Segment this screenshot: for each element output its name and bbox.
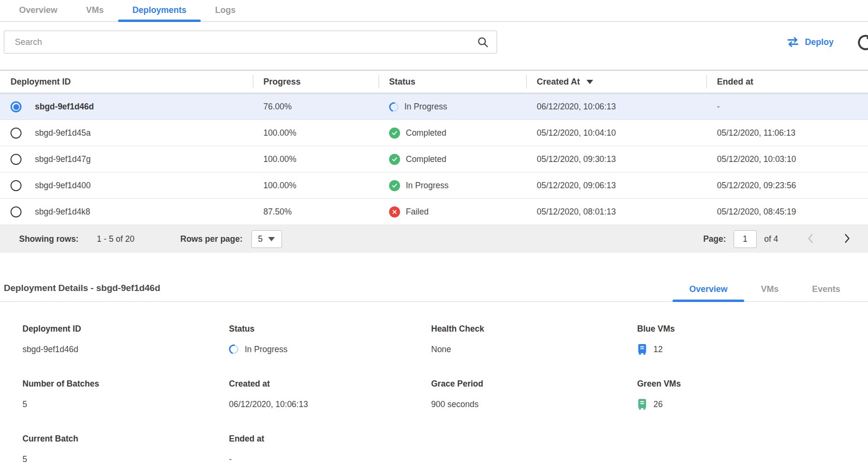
search-icon bbox=[477, 36, 489, 48]
deployment-id: sbgd-9ef1d4k8 bbox=[35, 207, 90, 217]
check-circle-icon bbox=[389, 128, 400, 139]
column-header-deployment-id[interactable]: Deployment ID bbox=[0, 71, 253, 93]
showing-rows-label: Showing rows: bbox=[19, 234, 78, 244]
check-circle-icon bbox=[389, 154, 400, 165]
status-cell: Completed bbox=[379, 154, 526, 165]
column-header-ended-at[interactable]: Ended at bbox=[706, 71, 868, 93]
rows-per-page-select[interactable]: 5 bbox=[251, 230, 282, 248]
field-created-at: Created at 06/12/2020, 10:06:13 bbox=[229, 379, 431, 410]
ended-at-cell: 05/12/2020, 09:23:56 bbox=[706, 181, 868, 191]
field-current-batch: Current Batch 5 bbox=[22, 434, 229, 465]
field-grace-period: Grace Period 900 seconds bbox=[431, 379, 637, 410]
deployment-id: sbgd-9ef1d400 bbox=[35, 181, 91, 191]
table-footer: Showing rows: 1 - 5 of 20 Rows per page:… bbox=[0, 225, 868, 253]
ended-at-cell: 05/12/2020, 08:45:19 bbox=[706, 207, 868, 217]
progress-cell: 87.50% bbox=[253, 207, 379, 217]
vm-icon bbox=[637, 399, 647, 410]
deployment-id: sbgd-9ef1d47g bbox=[35, 154, 91, 164]
progress-cell: 100.00% bbox=[253, 128, 379, 138]
vm-icon bbox=[637, 344, 647, 355]
status-cell: Failed bbox=[379, 206, 526, 217]
details-grid: Deployment ID sbgd-9ef1d46d Status In Pr… bbox=[0, 302, 868, 465]
status-cell: In Progress bbox=[379, 102, 526, 112]
field-health-check: Health Check None bbox=[431, 324, 637, 355]
ended-at-cell: 05/12/2020, 10:03:10 bbox=[706, 154, 868, 164]
page-tab-bar: Overview VMs Deployments Logs bbox=[0, 0, 868, 22]
deployment-details-section: Deployment Details - sbgd-9ef1d46d Overv… bbox=[0, 280, 868, 465]
field-green-vms: Green VMs 26 bbox=[637, 379, 868, 410]
tab-overview[interactable]: Overview bbox=[5, 0, 72, 21]
refresh-icon[interactable] bbox=[856, 32, 868, 53]
row-radio[interactable] bbox=[11, 206, 22, 217]
field-ended-at: Ended at - bbox=[229, 434, 431, 465]
chevron-down-icon bbox=[268, 237, 275, 241]
progress-cell: 100.00% bbox=[253, 181, 379, 191]
created-at-cell: 05/12/2020, 10:04:10 bbox=[526, 128, 706, 138]
page-input[interactable] bbox=[734, 230, 757, 248]
created-at-cell: 05/12/2020, 09:30:13 bbox=[526, 154, 706, 164]
deploy-button[interactable]: Deploy bbox=[787, 37, 834, 47]
details-title: Deployment Details - sbgd-9ef1d46d bbox=[4, 283, 160, 301]
field-number-of-batches: Number of Batches 5 bbox=[22, 379, 229, 410]
pagination: Page: of 4 bbox=[703, 230, 856, 248]
ended-at-cell: - bbox=[706, 102, 868, 112]
tab-vms[interactable]: VMs bbox=[72, 0, 118, 21]
field-blue-vms: Blue VMs 12 bbox=[637, 324, 868, 355]
sort-desc-icon[interactable] bbox=[586, 80, 593, 84]
details-tab-bar: Overview VMs Events bbox=[673, 280, 857, 301]
created-at-cell: 05/12/2020, 08:01:13 bbox=[526, 207, 706, 217]
page-total: of 4 bbox=[764, 234, 778, 244]
table-header: Deployment ID Progress Status Created At… bbox=[0, 70, 868, 94]
page-label: Page: bbox=[703, 234, 726, 244]
column-header-created-at[interactable]: Created At bbox=[526, 71, 706, 93]
search-input[interactable] bbox=[15, 37, 477, 47]
swap-arrows-icon bbox=[787, 37, 799, 47]
row-radio[interactable] bbox=[11, 180, 22, 191]
created-at-cell: 06/12/2020, 10:06:13 bbox=[526, 102, 706, 112]
rows-per-page-label: Rows per page: bbox=[180, 234, 242, 244]
status-cell: Completed bbox=[379, 128, 526, 139]
search-box[interactable] bbox=[4, 31, 497, 54]
row-radio[interactable] bbox=[11, 101, 22, 112]
showing-rows-value: 1 - 5 of 20 bbox=[97, 234, 134, 244]
details-tab-events[interactable]: Events bbox=[795, 280, 857, 301]
chevron-left-icon bbox=[806, 233, 815, 244]
column-header-status[interactable]: Status bbox=[379, 71, 526, 93]
deployments-table: Deployment ID Progress Status Created At… bbox=[0, 70, 868, 253]
previous-page-button[interactable] bbox=[806, 233, 815, 245]
details-tab-overview[interactable]: Overview bbox=[673, 280, 744, 301]
deploy-label: Deploy bbox=[805, 37, 834, 47]
tab-deployments[interactable]: Deployments bbox=[118, 0, 201, 21]
ended-at-cell: 05/12/2020, 11:06:13 bbox=[706, 128, 868, 138]
tab-logs[interactable]: Logs bbox=[201, 0, 250, 21]
field-status: Status In Progress bbox=[229, 324, 431, 355]
deployment-id: sbgd-9ef1d46d bbox=[35, 102, 94, 112]
table-row[interactable]: sbgd-9ef1d45a 100.00% Completed 05/12/20… bbox=[0, 120, 868, 146]
row-radio[interactable] bbox=[11, 128, 22, 139]
spinner-icon bbox=[387, 100, 400, 113]
progress-cell: 76.00% bbox=[253, 102, 379, 112]
field-deployment-id: Deployment ID sbgd-9ef1d46d bbox=[22, 324, 229, 355]
check-circle-icon bbox=[389, 180, 400, 191]
table-row[interactable]: sbgd-9ef1d47g 100.00% Completed 05/12/20… bbox=[0, 146, 868, 172]
table-row[interactable]: sbgd-9ef1d4k8 87.50% Failed 05/12/2020, … bbox=[0, 199, 868, 225]
column-header-progress[interactable]: Progress bbox=[253, 71, 379, 93]
status-cell: In Progress bbox=[379, 180, 526, 191]
created-at-cell: 05/12/2020, 09:06:13 bbox=[526, 181, 706, 191]
progress-cell: 100.00% bbox=[253, 154, 379, 164]
toolbar: Deploy bbox=[0, 31, 868, 54]
row-radio[interactable] bbox=[11, 154, 22, 165]
table-row[interactable]: sbgd-9ef1d46d 76.00% In Progress 06/12/2… bbox=[0, 94, 868, 120]
table-row[interactable]: sbgd-9ef1d400 100.00% In Progress 05/12/… bbox=[0, 172, 868, 199]
deployment-id: sbgd-9ef1d45a bbox=[35, 128, 91, 138]
x-circle-icon bbox=[389, 206, 400, 217]
next-page-button[interactable] bbox=[842, 233, 852, 245]
spinner-icon bbox=[227, 343, 240, 356]
details-tab-vms[interactable]: VMs bbox=[744, 280, 795, 301]
chevron-right-icon bbox=[843, 233, 851, 244]
